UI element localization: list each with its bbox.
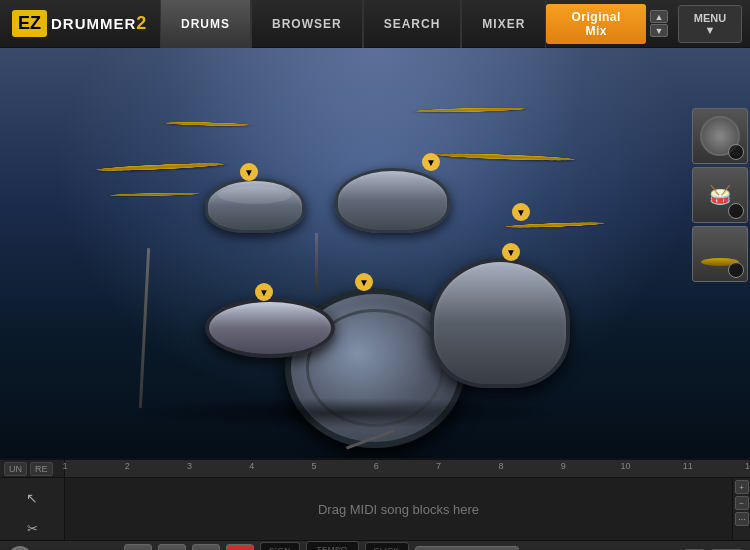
hihat-stand <box>139 248 150 408</box>
stop-button[interactable] <box>158 544 186 551</box>
ruler-mark-2: 2 <box>125 461 130 471</box>
rack-tom-1[interactable] <box>205 178 305 233</box>
midi-drop-zone[interactable]: Drag MIDI song blocks here <box>65 478 732 540</box>
tom-mount <box>315 233 318 293</box>
record-button[interactable] <box>226 544 254 551</box>
ez-logo-badge: EZ <box>12 10 47 37</box>
hihat-cymbal[interactable] <box>110 192 201 196</box>
redo-button[interactable]: RE <box>30 462 53 476</box>
transport-bar: UN RE 123456789101112 ↖ ✂ Drag MIDI song… <box>0 458 750 550</box>
preset-area: Original Mix ▲ ▼ MENU ▼ <box>546 4 750 44</box>
toontrack-icon <box>8 546 32 551</box>
undo-button[interactable]: UN <box>4 462 27 476</box>
tool-icons: ↖ <box>22 486 42 510</box>
thumb-kick[interactable] <box>692 108 748 164</box>
floor-tom[interactable] <box>430 258 570 388</box>
crash-cymbal-right[interactable] <box>415 107 526 113</box>
ruler-mark-6: 6 <box>374 461 379 471</box>
ruler-mark-4: 4 <box>249 461 254 471</box>
rewind-button[interactable]: ⏮ <box>124 544 152 551</box>
ruler-mark-11: 11 <box>683 461 693 471</box>
drum-kit-container: ▼ ▼ ▼ ▼ ▼ ▼ <box>0 48 690 458</box>
scroll-button[interactable]: ⋯ <box>735 512 749 526</box>
tom1-indicator[interactable]: ▼ <box>240 163 258 181</box>
rack-tom-2[interactable] <box>335 168 450 233</box>
midi-drop-hint: Drag MIDI song blocks here <box>318 502 479 517</box>
ruler-mark-8: 8 <box>498 461 503 471</box>
scissors-icons: ✂ <box>23 517 42 540</box>
song-creator-button[interactable]: Song Creator ▲ <box>415 546 520 551</box>
floortom-indicator[interactable]: ▼ <box>502 243 520 261</box>
ruler-mark-10: 10 <box>620 461 630 471</box>
china-cymbal[interactable] <box>505 221 606 228</box>
snare-indicator[interactable]: ▼ <box>255 283 273 301</box>
zoom-out-button[interactable]: − <box>735 496 749 510</box>
app-logo: EZ DRUMMER2 <box>0 10 160 37</box>
tab-browser[interactable]: BROWSER <box>251 0 363 48</box>
tab-drums[interactable]: DRUMS <box>160 0 251 48</box>
thumb-snare[interactable]: 🥁 <box>692 167 748 223</box>
drum-kit-area: ▼ ▼ ▼ ▼ ▼ ▼ 🥁 <box>0 48 750 458</box>
bassdrum-indicator[interactable]: ▼ <box>355 273 373 291</box>
bottom-controls: TOONTRACK ⏮ ▶ Sign 4/4 Tempo 120 Click 🔔… <box>0 540 750 550</box>
ruler-mark-7: 7 <box>436 461 441 471</box>
preset-up-arrow[interactable]: ▲ <box>650 10 668 23</box>
zoom-in-button[interactable]: + <box>735 480 749 494</box>
play-button[interactable]: ▶ <box>192 544 220 551</box>
drum-shadow <box>135 398 555 428</box>
preset-button[interactable]: Original Mix <box>546 4 646 44</box>
tempo-display: Tempo 120 <box>306 541 359 550</box>
ride-indicator[interactable]: ▼ <box>512 203 530 221</box>
tom2-indicator[interactable]: ▼ <box>422 153 440 171</box>
ride-cymbal[interactable] <box>434 152 575 162</box>
select-tool-icon[interactable]: ↖ <box>22 486 42 510</box>
crash-cymbal-small-left[interactable] <box>165 121 251 126</box>
ruler-mark-1: 1 <box>62 461 67 471</box>
snare-drum[interactable] <box>205 298 335 358</box>
thumb-cymbal[interactable] <box>692 226 748 282</box>
ruler-mark-12: 12 <box>745 461 750 471</box>
scissors-icon[interactable]: ✂ <box>23 517 42 540</box>
toontrack-logo: TOONTRACK <box>8 546 118 551</box>
ruler-mark-5: 5 <box>312 461 317 471</box>
timeline-track: ↖ ✂ Drag MIDI song blocks here + − ⋯ <box>0 478 750 540</box>
crash-cymbal-left[interactable] <box>94 162 225 172</box>
top-navigation-bar: EZ DRUMMER2 DRUMS BROWSER SEARCH MIXER O… <box>0 0 750 48</box>
drum-scene: ▼ ▼ ▼ ▼ ▼ ▼ <box>55 68 635 448</box>
instrument-thumbnails: 🥁 <box>692 108 750 282</box>
ruler-mark-9: 9 <box>561 461 566 471</box>
timeline-ruler: UN RE 123456789101112 <box>0 460 750 478</box>
timeline-right-controls: + − ⋯ <box>732 478 750 540</box>
menu-button[interactable]: MENU ▼ <box>678 5 742 43</box>
click-display[interactable]: Click 🔔 <box>365 542 409 550</box>
time-signature-display: Sign 4/4 <box>260 542 300 551</box>
tab-search[interactable]: SEARCH <box>363 0 462 48</box>
preset-arrows: ▲ ▼ <box>650 10 668 37</box>
app-title: DRUMMER2 <box>51 13 147 34</box>
ruler-marks: 123456789101112 <box>65 460 750 478</box>
track-tools-panel: ↖ ✂ <box>0 478 65 540</box>
tab-mixer[interactable]: MIXER <box>461 0 546 48</box>
preset-down-arrow[interactable]: ▼ <box>650 24 668 37</box>
ruler-mark-3: 3 <box>187 461 192 471</box>
